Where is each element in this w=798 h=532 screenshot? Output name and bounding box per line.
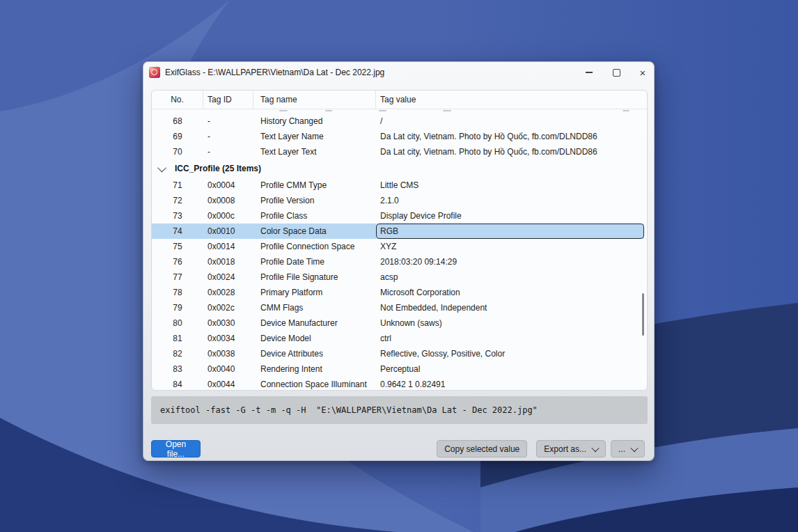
chevron-down-icon <box>591 444 599 451</box>
cell-tag-name: Connection Space Illuminant <box>253 380 376 389</box>
cell-no: 80 <box>152 318 203 328</box>
column-header-no[interactable]: No. <box>152 91 203 109</box>
cell-tag-value[interactable]: RGB <box>376 226 647 236</box>
cell-no: 70 <box>152 147 203 157</box>
table-row[interactable]: 77 0x0024 Profile File Signature acsp <box>152 269 647 285</box>
cell-no: 77 <box>152 272 203 282</box>
cell-no: 78 <box>152 288 203 297</box>
table-row[interactable]: 71 0x0004 Profile CMM Type Little CMS <box>152 178 647 193</box>
column-header-tag-id[interactable]: Tag ID <box>203 91 253 109</box>
maximize-button[interactable] <box>605 62 627 83</box>
cell-tag-value[interactable]: Reflective, Glossy, Positive, Color <box>376 349 647 359</box>
cell-no: 69 <box>152 132 203 141</box>
cell-no: 84 <box>152 380 203 389</box>
clipped-row-fragment <box>325 110 332 111</box>
cell-tag-value[interactable]: Not Embedded, Independent <box>376 303 647 313</box>
cell-tag-name: Color Space Data <box>253 226 376 236</box>
cell-tag-id: - <box>203 116 253 126</box>
cell-tag-value[interactable]: / <box>376 116 647 126</box>
cell-tag-name: Device Model <box>253 334 376 343</box>
cell-no: 72 <box>152 196 203 205</box>
cell-tag-id: 0x0040 <box>203 364 253 374</box>
minimize-icon <box>586 72 593 72</box>
cell-tag-name: Profile Class <box>253 211 376 221</box>
table-row[interactable]: 75 0x0014 Profile Connection Space XYZ <box>152 239 647 254</box>
cell-tag-name: Rendering Intent <box>253 364 376 374</box>
table-row[interactable]: 82 0x0038 Device Attributes Reflective, … <box>152 346 647 361</box>
maximize-icon <box>613 69 620 77</box>
close-icon: × <box>640 68 646 78</box>
table-row[interactable]: 79 0x002c CMM Flags Not Embedded, Indepe… <box>152 300 647 315</box>
table-row-selected[interactable]: 74 0x0010 Color Space Data RGB <box>152 224 647 239</box>
cell-tag-value[interactable]: ctrl <box>376 334 647 343</box>
exifglass-window: ExifGlass - E:\WALLPAPER\Vietnam\Da Lat … <box>143 61 655 461</box>
export-as-button[interactable]: Export as... <box>536 440 606 457</box>
cell-tag-value[interactable]: Perceptual <box>376 364 647 374</box>
column-header-tag-value[interactable]: Tag value <box>376 91 647 109</box>
chevron-down-icon <box>630 444 638 451</box>
cell-tag-name: Profile File Signature <box>253 272 376 282</box>
table-body: 68 - History Changed / 69 - Text Layer N… <box>152 114 647 391</box>
cell-tag-id: 0x0008 <box>203 196 253 205</box>
cell-tag-name: Text Layer Name <box>253 132 376 141</box>
cell-tag-value[interactable]: 2018:03:20 09:14:29 <box>376 257 647 267</box>
cell-tag-id: 0x0014 <box>203 242 253 251</box>
cell-tag-value[interactable]: Little CMS <box>376 180 647 190</box>
cell-tag-value[interactable]: XYZ <box>376 242 647 251</box>
clipped-row-fragment <box>623 110 629 111</box>
cell-tag-name: CMM Flags <box>253 303 376 313</box>
minimize-button[interactable] <box>578 62 600 83</box>
table-row[interactable]: 84 0x0044 Connection Space Illuminant 0.… <box>152 377 647 391</box>
copy-selected-value-button[interactable]: Copy selected value <box>437 440 527 457</box>
cell-tag-value[interactable]: 0.9642 1 0.82491 <box>376 380 647 389</box>
exiftool-command-bar[interactable]: exiftool -fast -G -t -m -q -H "E:\WALLPA… <box>151 396 648 424</box>
clipped-row-fragment <box>379 110 386 111</box>
cell-no: 81 <box>152 334 203 343</box>
cell-no: 76 <box>152 257 203 267</box>
clipped-row-fragment <box>279 110 288 111</box>
table-row[interactable]: 80 0x0030 Device Manufacturer Unknown (s… <box>152 315 647 331</box>
cell-tag-id: 0x0030 <box>203 318 253 328</box>
table-row[interactable]: 73 0x000c Profile Class Display Device P… <box>152 208 647 224</box>
app-icon <box>149 67 160 78</box>
table-row[interactable]: 70 - Text Layer Text Da Lat city, Vietna… <box>152 144 647 159</box>
cell-no: 82 <box>152 349 203 359</box>
cell-tag-value[interactable]: Da Lat city, Vietnam. Photo by Hồ Quốc, … <box>376 132 647 141</box>
cell-tag-value[interactable]: Unknown (saws) <box>376 318 647 328</box>
cell-tag-id: 0x0028 <box>203 288 253 297</box>
cell-tag-id: 0x002c <box>203 303 253 313</box>
cell-tag-value[interactable]: acsp <box>376 272 647 282</box>
cell-tag-value[interactable]: Display Device Profile <box>376 211 647 221</box>
table-row[interactable]: 69 - Text Layer Name Da Lat city, Vietna… <box>152 129 647 144</box>
cell-tag-name: Text Layer Text <box>253 147 376 157</box>
more-options-button[interactable]: ... <box>611 440 645 457</box>
cell-tag-id: 0x0004 <box>203 180 253 190</box>
close-button[interactable]: × <box>632 62 654 83</box>
group-header-row[interactable]: ICC_Profile (25 Items) <box>152 159 647 178</box>
table-row[interactable]: 78 0x0028 Primary Platform Microsoft Cor… <box>152 285 647 300</box>
open-file-button[interactable]: Open file... <box>151 440 201 457</box>
action-buttons: Copy selected value Export as... ... <box>437 440 645 457</box>
cell-tag-name: Profile Version <box>253 196 376 205</box>
vertical-scrollbar-thumb[interactable] <box>642 293 644 336</box>
exiftool-command-text: exiftool -fast -G -t -m -q -H "E:\WALLPA… <box>160 405 538 415</box>
table-row[interactable]: 83 0x0040 Rendering Intent Perceptual <box>152 361 647 377</box>
cell-tag-value[interactable]: 2.1.0 <box>376 196 647 205</box>
table-row[interactable]: 72 0x0008 Profile Version 2.1.0 <box>152 193 647 208</box>
table-row[interactable]: 68 - History Changed / <box>152 114 647 129</box>
window-title: ExifGlass - E:\WALLPAPER\Vietnam\Da Lat … <box>165 68 384 77</box>
cell-tag-value[interactable]: Da Lat city, Vietnam. Photo by Hồ Quốc, … <box>376 147 647 157</box>
cell-tag-name: Primary Platform <box>253 288 376 297</box>
cell-tag-value[interactable]: Microsoft Corporation <box>376 288 647 297</box>
table-row[interactable]: 76 0x0018 Profile Date Time 2018:03:20 0… <box>152 254 647 269</box>
column-header-tag-name[interactable]: Tag name <box>253 91 376 109</box>
titlebar[interactable]: ExifGlass - E:\WALLPAPER\Vietnam\Da Lat … <box>143 62 654 83</box>
cell-no: 74 <box>152 226 203 236</box>
cell-no: 75 <box>152 242 203 251</box>
cell-tag-id: 0x0038 <box>203 349 253 359</box>
desktop: ExifGlass - E:\WALLPAPER\Vietnam\Da Lat … <box>0 0 798 532</box>
chevron-down-icon[interactable] <box>157 163 166 172</box>
table-row[interactable]: 81 0x0034 Device Model ctrl <box>152 331 647 346</box>
cell-tag-name: Device Manufacturer <box>253 318 376 328</box>
cell-no: 73 <box>152 211 203 221</box>
